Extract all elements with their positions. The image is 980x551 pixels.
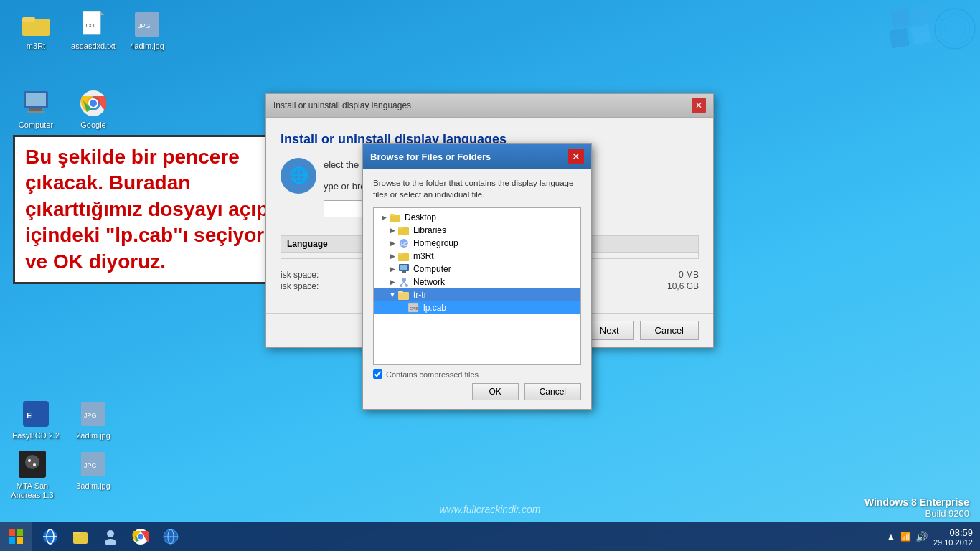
desktop-icon-4adim[interactable]: JPG 4adim.jpg [118, 7, 176, 54]
tree-item-lp-cab[interactable]: ▶ CAB lp.cab [374, 301, 580, 314]
svg-rect-46 [912, 4, 933, 25]
app-icon: E [22, 400, 50, 428]
tree-item-desktop[interactable]: ▶ Desktop [374, 211, 580, 224]
taskbar-explorer-button[interactable] [66, 523, 95, 550]
desktop-icon-asdasdxd[interactable]: TXT asdasdxd.txt [65, 7, 122, 54]
svg-rect-53 [17, 529, 23, 536]
svg-point-22 [33, 463, 36, 466]
tree-item-computer[interactable]: ▶ Computer [374, 263, 580, 276]
svg-point-21 [28, 459, 31, 462]
site-watermark: www.fullcrackindir.com [439, 504, 540, 515]
arrow-computer: ▶ [388, 265, 397, 273]
desktop-icon-mta-san[interactable]: MTA San Andreas 1.3 [4, 447, 61, 503]
display-lang-icon: 🌐 [281, 158, 316, 194]
taskbar-chrome-icon [132, 528, 149, 545]
svg-point-62 [105, 539, 116, 545]
tree-item-homegroup[interactable]: ▶ HG Homegroup [374, 237, 580, 250]
browse-close-button[interactable]: ✕ [568, 149, 584, 164]
tree-label-homegroup: Homegroup [413, 238, 458, 248]
svg-point-65 [138, 534, 143, 540]
person-icon [102, 528, 119, 545]
tree-label-libraries: Libraries [413, 225, 446, 235]
game-icon [18, 450, 47, 479]
browse-body: Browse to the folder that contains the d… [363, 169, 591, 409]
compressed-checkbox[interactable] [373, 369, 382, 379]
tree-label-tr-tr: tr-tr [413, 290, 427, 300]
next-button[interactable]: Next [585, 321, 634, 340]
tree-item-tr-tr[interactable]: ▼ tr-tr [374, 288, 580, 301]
compressed-label: Contains compressed files [373, 369, 581, 379]
browse-titlebar: Browse for Files or Folders ✕ [363, 144, 591, 169]
clock-time: 08:59 [949, 527, 973, 538]
libraries-tree-icon [398, 225, 410, 235]
disk-space-label-1: isk space: [281, 270, 319, 280]
computer-icon [22, 89, 50, 118]
win-logo-watermark [876, 4, 976, 64]
desktop-icon-2adim[interactable]: JPG 2adim.jpg [65, 397, 122, 443]
icon-label: asdasdxd.txt [71, 42, 116, 51]
svg-point-61 [107, 530, 114, 537]
tray-volume-icon[interactable]: 🔊 [915, 531, 928, 542]
icon-label: Computer [19, 121, 53, 130]
tray-arrow-icon[interactable]: ▲ [886, 531, 896, 542]
svg-text:JPG: JPG [84, 462, 97, 469]
disk-space-label-2: isk space: [281, 281, 319, 291]
svg-rect-1 [22, 17, 35, 22]
compressed-text: Contains compressed files [386, 370, 479, 379]
desktop-icon-3adim[interactable]: JPG 3adim.jpg [65, 447, 122, 494]
svg-rect-10 [27, 111, 45, 113]
arrow-lp-cab: ▶ [398, 303, 407, 312]
icon-label: Google [80, 121, 105, 130]
svg-rect-35 [402, 271, 406, 273]
icon-label: 3adim.jpg [76, 481, 110, 491]
clock-area[interactable]: 08:59 29.10.2012 [933, 527, 973, 547]
icon-label: EasyBCD 2.2 [12, 431, 60, 441]
annotation-text: Bu şekilde bir pencere çıkacak. Buradan … [25, 144, 298, 275]
taskbar-person-button[interactable] [96, 523, 125, 550]
desktop-tree-icon [390, 212, 401, 222]
tray-network-icon[interactable]: 📶 [900, 532, 911, 542]
tree-item-m3rt[interactable]: ▶ m3Rt [374, 250, 580, 263]
taskbar-chrome-button[interactable] [126, 523, 155, 550]
start-button[interactable] [0, 522, 32, 551]
m3rt-tree-icon [398, 251, 410, 261]
jpg2-icon: JPG [79, 400, 108, 428]
disk-space-val-1: 0 MB [679, 270, 699, 280]
svg-rect-26 [390, 214, 395, 216]
svg-rect-34 [400, 265, 407, 270]
svg-point-40 [405, 284, 408, 287]
cancel-button[interactable]: Cancel [524, 383, 581, 400]
main-dialog-title: Install or uninstall display languages [273, 100, 411, 110]
svg-rect-28 [398, 227, 403, 229]
browse-title: Browse for Files or Folders [370, 151, 491, 162]
homegroup-tree-icon: HG [398, 238, 410, 248]
win-edition: Windows 8 Enterprise [864, 496, 969, 508]
jpg-icon: JPG [133, 10, 161, 39]
tree-label-lp-cab: lp.cab [423, 303, 446, 313]
desktop-icon-easybcd[interactable]: E EasyBCD 2.2 [7, 397, 65, 443]
browse-dialog: Browse for Files or Folders ✕ Browse to … [362, 143, 592, 410]
taskbar: ▲ 📶 🔊 08:59 29.10.2012 [0, 522, 980, 551]
taskbar-right: ▲ 📶 🔊 08:59 29.10.2012 [879, 527, 980, 547]
desktop: m3Rt TXT asdasdxd.txt JPG 4adim.jpg Comp… [0, 0, 980, 551]
svg-rect-8 [26, 93, 46, 106]
main-dialog-close-button[interactable]: ✕ [692, 98, 706, 113]
tr-tr-tree-icon [398, 290, 410, 300]
arrow-desktop: ▶ [380, 213, 388, 222]
svg-rect-32 [398, 253, 403, 255]
desktop-icon-computer[interactable]: Computer [7, 86, 65, 133]
ok-button[interactable]: OK [472, 383, 519, 400]
svg-rect-55 [17, 537, 23, 544]
taskbar-ie-button[interactable] [36, 523, 65, 550]
svg-text:TXT: TXT [85, 22, 95, 29]
tree-item-libraries[interactable]: ▶ Libraries [374, 224, 580, 237]
desktop-icon-m3rt[interactable]: m3Rt [7, 7, 65, 54]
desktop-icon-google[interactable]: Google [65, 86, 122, 133]
cancel-main-button[interactable]: Cancel [640, 321, 699, 340]
win-build: Build 9200 [864, 508, 969, 519]
clock-date: 29.10.2012 [933, 538, 973, 547]
tree-item-network[interactable]: ▶ Network [374, 276, 580, 288]
svg-rect-47 [889, 28, 910, 49]
taskbar-network-button[interactable] [156, 523, 185, 550]
svg-marker-51 [945, 19, 965, 42]
